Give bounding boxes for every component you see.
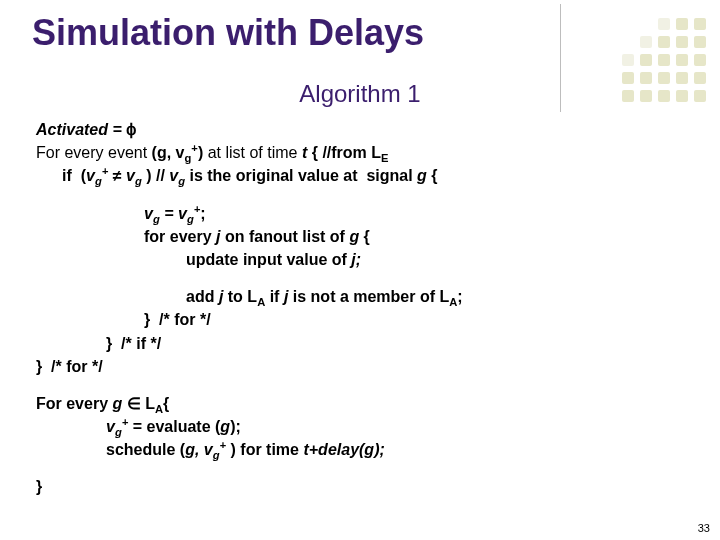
page-number: 33 (698, 522, 710, 534)
algorithm-body: Activated = ϕ For every event (g, vg+) a… (36, 118, 690, 499)
slide-title: Simulation with Delays (32, 12, 424, 54)
slide-subtitle: Algorithm 1 (0, 80, 720, 108)
